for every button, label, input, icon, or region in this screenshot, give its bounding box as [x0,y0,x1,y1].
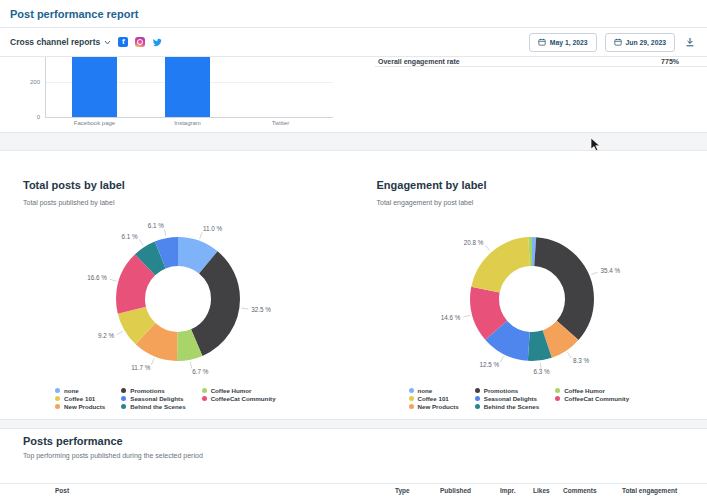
chart-subtitle: Total posts published by label [23,199,114,206]
x-axis [45,117,333,118]
label-leader-line [139,239,143,245]
page-title: Post performance report [10,8,138,20]
legend-item-New Products[interactable]: New Products [55,402,105,410]
legend-item-none[interactable]: none [55,386,105,394]
segment-percent-label: 8.3 % [573,357,590,364]
label-leader-line [567,352,571,358]
legend-item-Coffee 101[interactable]: Coffee 101 [409,394,459,402]
segment-percent-label: 12.5 % [479,361,499,368]
legend-item-Seasonal Delights[interactable]: Seasonal Delights [475,394,539,402]
legend-label: Coffee 101 [64,395,95,402]
posts-performance-card: Posts performance Top performing posts p… [0,428,707,496]
impressions-bar-chart: Facebook pageInstagramTwitter2000 [0,57,707,132]
y-axis-tick: 0 [12,114,40,120]
engagement-by-label-donut: 35.4 %8.3 %6.3 %12.5 %14.6 %20.8 % [354,215,707,383]
label-leader-line [117,331,123,335]
legend-item-Coffee 101[interactable]: Coffee 101 [55,394,105,402]
chart-legend: noneCoffee 101New ProductsPromotionsSeas… [409,386,630,410]
bar-Facebook page[interactable] [72,57,117,117]
bar-Instagram[interactable] [165,57,210,117]
segment-percent-label: 9.2 % [98,332,115,339]
start-date-label: May 1, 2023 [550,39,588,46]
column-header-likes[interactable]: Likes [533,487,563,494]
legend-label: CoffeeCat Community [564,395,629,402]
end-date-button[interactable]: Jun 29, 2023 [605,33,675,52]
y-axis-tick: 200 [12,79,40,85]
legend-label: Coffee 101 [418,395,449,402]
label-leader-line [500,356,503,362]
legend-color-dot [55,396,60,401]
legend-color-dot [475,396,480,401]
segment-percent-label: 32.5 % [251,306,271,313]
legend-item-CoffeeCat Community[interactable]: CoffeeCat Community [202,394,276,402]
legend-item-CoffeeCat Community[interactable]: CoffeeCat Community [555,394,629,402]
legend-color-dot [55,404,60,409]
instagram-icon[interactable] [135,37,145,47]
legend-label: CoffeeCat Community [211,395,276,402]
facebook-icon[interactable] [118,37,128,47]
column-header-impressions[interactable]: Impr. [500,487,533,494]
legend-item-Behind the Scenes[interactable]: Behind the Scenes [121,402,185,410]
report-toolbar: Cross channel reports May 1, 2023 Jun 29… [0,28,707,57]
download-icon [685,37,695,47]
toolbar-right-group: May 1, 2023 Jun 29, 2023 [529,33,697,52]
chart-title: Engagement by label [377,179,487,191]
legend-color-dot [409,404,414,409]
column-header-comments[interactable]: Comments [563,487,622,494]
segment-percent-label: 11.7 % [131,364,151,371]
label-leader-line [241,308,248,309]
segment-percent-label: 11.0 % [203,225,223,232]
legend-color-dot [409,396,414,401]
column-header-total-engagement[interactable]: Total engagement [622,487,707,494]
legend-label: Coffee Humor [211,387,252,394]
segment-percent-label: 6.1 % [148,222,165,229]
metric-label: Overall engagement rate [378,58,460,65]
legend-label: New Products [418,403,459,410]
segment-percent-label: 6.7 % [192,368,209,375]
download-button[interactable] [683,35,697,49]
total-posts-by-label-panel: Total posts by label Total posts publish… [0,151,354,419]
legend-color-dot [121,396,126,401]
segment-percent-label: 20.8 % [463,239,483,246]
column-header-type[interactable]: Type [395,487,440,494]
legend-label: Coffee Humor [564,387,605,394]
legend-color-dot [409,388,414,393]
chart-legend: noneCoffee 101New ProductsPromotionsSeas… [55,386,276,410]
label-leader-line [485,245,490,250]
column-header-published[interactable]: Published [440,487,500,494]
chart-title: Total posts by label [23,179,125,191]
legend-label: Behind the Scenes [130,403,185,410]
legend-color-dot [202,388,207,393]
column-header-post[interactable]: Post [55,487,395,494]
app-header: Post performance report [0,0,707,28]
legend-label: Promotions [484,387,518,394]
start-date-button[interactable]: May 1, 2023 [529,33,597,52]
legend-color-dot [55,388,60,393]
report-type-selector[interactable]: Cross channel reports [10,37,111,47]
legend-item-Coffee Humor[interactable]: Coffee Humor [555,386,629,394]
chart-subtitle: Total engagement by post label [377,199,474,206]
label-leader-line [200,232,202,239]
legend-item-none[interactable]: none [409,386,459,394]
legend-item-New Products[interactable]: New Products [409,402,459,410]
x-axis-label: Facebook page [48,120,141,126]
legend-item-Coffee Humor[interactable]: Coffee Humor [202,386,276,394]
total-posts-by-label-donut: 11.0 %32.5 %6.7 %11.7 %9.2 %16.6 %6.1 %6… [0,215,353,383]
calendar-icon [614,38,622,46]
twitter-icon[interactable] [152,37,162,47]
legend-label: Behind the Scenes [484,403,539,410]
legend-item-Behind the Scenes[interactable]: Behind the Scenes [475,402,539,410]
label-leader-line [110,279,117,281]
legend-item-Promotions[interactable]: Promotions [475,386,539,394]
legend-label: New Products [64,403,105,410]
cross-channel-summary-card: Facebook pageInstagramTwitter2000 Overal… [0,57,707,133]
chevron-down-icon [104,40,111,45]
engagement-by-label-panel: Engagement by label Total engagement by … [354,151,707,419]
legend-item-Promotions[interactable]: Promotions [121,386,185,394]
section-title: Posts performance [23,435,123,447]
section-subtitle: Top performing posts published during th… [23,452,203,459]
label-charts-card: Total posts by label Total posts publish… [0,150,707,420]
legend-label: none [418,387,433,394]
legend-item-Seasonal Delights[interactable]: Seasonal Delights [121,394,185,402]
report-type-label: Cross channel reports [10,37,100,47]
